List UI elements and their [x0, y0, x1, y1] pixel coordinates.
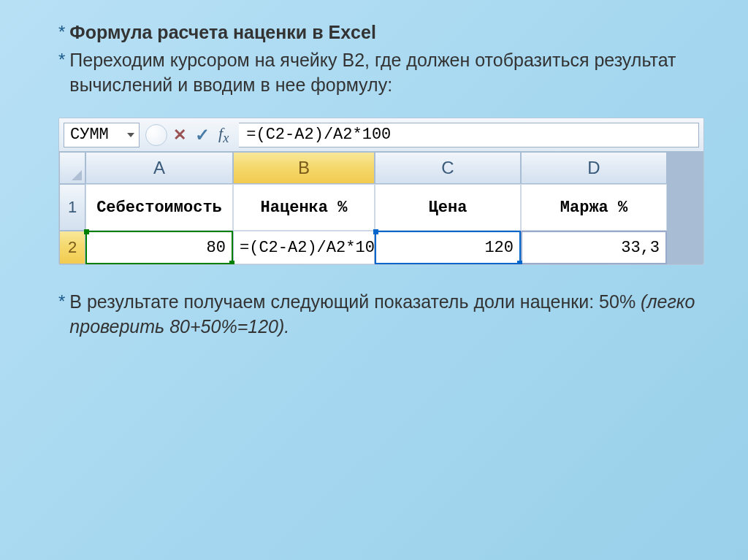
cell-A2[interactable]: 80 — [85, 231, 233, 264]
row-header-1[interactable]: 1 — [59, 184, 85, 231]
select-all-corner[interactable] — [59, 152, 85, 184]
dropdown-icon[interactable] — [127, 133, 134, 137]
bullet-icon: * — [58, 20, 65, 43]
result-line: * В результате получаем следующий показа… — [58, 290, 704, 340]
cancel-icon[interactable]: ✕ — [173, 126, 186, 145]
excel-screenshot: СУММ ✕ ✓ fx =(C2-A2)/A2*100 A B C D 1 Се… — [58, 118, 704, 265]
bullet-icon: * — [58, 290, 65, 312]
formula-input[interactable]: =(C2-A2)/A2*100 — [239, 123, 699, 147]
slide-result: В результате получаем следующий показате… — [69, 290, 704, 340]
name-box-value: СУММ — [70, 126, 109, 144]
name-box[interactable]: СУММ — [64, 123, 140, 147]
cell-B1[interactable]: Наценка % — [233, 184, 375, 231]
column-header-A[interactable]: A — [85, 152, 233, 184]
cell-C2[interactable]: 120 — [375, 231, 521, 264]
row-header-2[interactable]: 2 — [59, 231, 85, 264]
formula-bar: СУММ ✕ ✓ fx =(C2-A2)/A2*100 — [59, 118, 703, 152]
cell-D1[interactable]: Маржа % — [521, 184, 667, 231]
formula-bar-buttons: ✕ ✓ fx — [173, 124, 229, 146]
enter-icon[interactable]: ✓ — [195, 125, 210, 145]
result-prefix: В результате получаем следующий показате… — [69, 291, 641, 312]
formula-text: =(C2-A2)/A2*100 — [246, 126, 391, 144]
column-header-B[interactable]: B — [233, 152, 375, 184]
slide-intro: Переходим курсором на ячейку B2, где дол… — [69, 48, 704, 98]
column-header-C[interactable]: C — [375, 152, 521, 184]
formula-bar-expand-icon[interactable] — [145, 124, 167, 146]
column-header-D[interactable]: D — [521, 152, 667, 184]
fx-icon[interactable]: fx — [218, 124, 229, 146]
cell-C1[interactable]: Цена — [375, 184, 521, 231]
bullet-icon: * — [58, 48, 65, 71]
intro-line: * Переходим курсором на ячейку B2, где д… — [58, 48, 704, 98]
spreadsheet-grid: A B C D 1 Себестоимость Наценка % Цена М… — [59, 152, 703, 264]
cell-A1[interactable]: Себестоимость — [85, 184, 233, 231]
slide-title: Формула расчета наценки в Excel — [69, 20, 375, 45]
cell-B2[interactable]: =(C2-A2)/A2*100 — [233, 231, 375, 264]
title-line: * Формула расчета наценки в Excel — [58, 20, 704, 45]
cell-D2[interactable]: 33,3 — [521, 231, 667, 264]
